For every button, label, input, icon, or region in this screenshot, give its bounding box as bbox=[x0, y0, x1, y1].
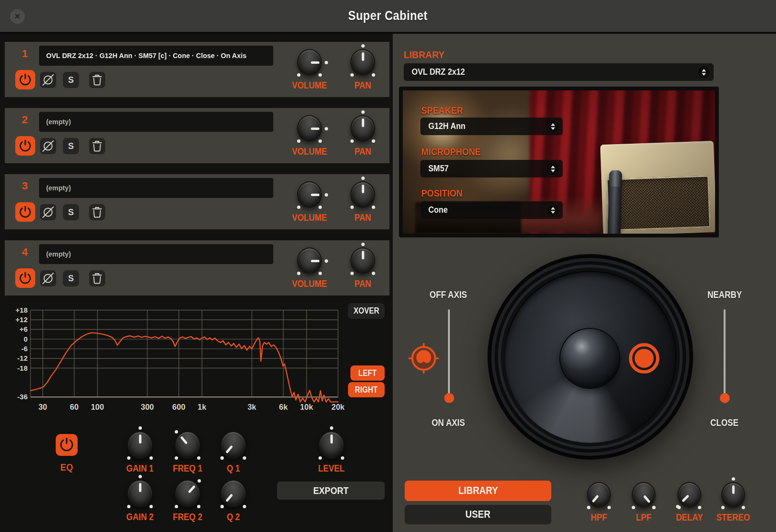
on-axis-label: ON AXIS bbox=[415, 417, 482, 428]
volume-knob[interactable]: VOLUME bbox=[291, 176, 328, 225]
slot-phase-button[interactable] bbox=[40, 72, 56, 88]
phase-invert-icon bbox=[41, 139, 55, 153]
tab-library[interactable]: LIBRARY bbox=[405, 481, 551, 501]
knob-label: HPF bbox=[591, 512, 607, 523]
slot-solo-button[interactable]: S bbox=[63, 270, 79, 286]
microphone-section-label: MICROPHONE bbox=[421, 147, 485, 158]
eq-power-button[interactable] bbox=[56, 434, 78, 456]
slot-phase-button[interactable] bbox=[40, 204, 56, 220]
right-channel-button[interactable]: RIGHT bbox=[348, 382, 385, 397]
library-section-label: LIBRARY bbox=[404, 49, 448, 60]
slot-power-button[interactable] bbox=[15, 70, 35, 89]
svg-text:60: 60 bbox=[70, 403, 79, 411]
knob-label: PAN bbox=[354, 212, 371, 223]
slot-power-button[interactable] bbox=[15, 202, 35, 222]
cab-slot: 3 (empty) S VOLUME PAN bbox=[5, 174, 389, 229]
knob-label: DELAY bbox=[676, 512, 703, 523]
mic-distance-slider[interactable] bbox=[724, 309, 726, 398]
slot-power-button[interactable] bbox=[15, 268, 35, 288]
slot-ir-name-text: (empty) bbox=[46, 244, 71, 264]
mic-axis-slider[interactable] bbox=[448, 309, 450, 398]
cabinet-select[interactable]: OVL DRZ 2x12 bbox=[404, 63, 714, 81]
slot-phase-button[interactable] bbox=[40, 270, 56, 286]
super-cabinet-window: Super Cabinet ✕ 1 OVL DRZ 2x12 · G12H An… bbox=[0, 0, 776, 532]
power-icon bbox=[19, 74, 31, 86]
mic-axis-slider-thumb[interactable] bbox=[444, 393, 454, 403]
slot-solo-button[interactable]: S bbox=[63, 138, 79, 154]
slot-delete-button[interactable] bbox=[89, 270, 105, 286]
export-button[interactable]: EXPORT bbox=[277, 482, 385, 500]
speaker-select-value: G12H Ann bbox=[420, 118, 466, 135]
solo-label: S bbox=[68, 274, 74, 284]
eq-q2-knob[interactable]: Q 2 bbox=[215, 474, 252, 524]
eq-q1-knob[interactable]: Q 1 bbox=[215, 425, 252, 476]
updown-arrows-icon bbox=[698, 66, 710, 78]
slot-ir-name[interactable]: (empty) bbox=[39, 244, 273, 264]
eq-freq2-knob[interactable]: FREQ 2 bbox=[169, 474, 206, 524]
solo-label: S bbox=[68, 207, 74, 217]
slot-solo-button[interactable]: S bbox=[63, 72, 79, 88]
knob-label: VOLUME bbox=[292, 212, 327, 223]
xover-button[interactable]: XOVER bbox=[348, 303, 385, 319]
microphone-select[interactable]: SM57 bbox=[420, 160, 563, 177]
stereo-knob[interactable]: STEREO bbox=[716, 476, 751, 525]
slot-delete-button[interactable] bbox=[89, 138, 105, 154]
cab-slot: 2 (empty) S VOLUME PAN bbox=[5, 108, 389, 163]
pan-knob[interactable]: PAN bbox=[345, 176, 381, 225]
svg-text:+18: +18 bbox=[16, 306, 28, 314]
trash-icon bbox=[91, 140, 103, 152]
slot-delete-button[interactable] bbox=[89, 72, 105, 88]
speaker-cone-image bbox=[488, 255, 693, 459]
knob-label: VOLUME bbox=[292, 79, 327, 91]
knob-label: STEREO bbox=[716, 512, 750, 523]
pan-knob[interactable]: PAN bbox=[345, 43, 381, 93]
slot-phase-button[interactable] bbox=[40, 138, 56, 154]
mic-distance-slider-thumb[interactable] bbox=[720, 393, 730, 403]
volume-knob[interactable]: VOLUME bbox=[291, 242, 328, 291]
volume-knob[interactable]: VOLUME bbox=[291, 109, 328, 159]
svg-text:-6: -6 bbox=[21, 345, 28, 353]
slot-ir-name[interactable]: (empty) bbox=[39, 178, 273, 198]
pan-knob[interactable]: PAN bbox=[345, 242, 381, 291]
pan-knob[interactable]: PAN bbox=[345, 109, 381, 159]
eq-gain2-knob[interactable]: GAIN 2 bbox=[121, 474, 159, 524]
svg-text:30: 30 bbox=[39, 403, 47, 411]
svg-text:3k: 3k bbox=[248, 403, 257, 411]
power-icon bbox=[60, 438, 74, 452]
knob-label: GAIN 1 bbox=[126, 463, 153, 474]
cabinet-select-value: OVL DRZ 2x12 bbox=[404, 63, 465, 81]
nearby-label: NEARBY bbox=[691, 289, 758, 300]
phase-invert-icon bbox=[41, 73, 55, 87]
updown-arrows-icon bbox=[547, 163, 559, 175]
hpf-knob[interactable]: HPF bbox=[581, 476, 617, 525]
slot-ir-name-text: (empty) bbox=[46, 178, 71, 198]
svg-text:300: 300 bbox=[141, 403, 154, 411]
volume-knob[interactable]: VOLUME bbox=[291, 43, 328, 93]
knob-label: VOLUME bbox=[292, 146, 327, 157]
cab-slot: 1 OVL DRZ 2x12 · G12H Ann · SM57 [c] · C… bbox=[5, 42, 389, 97]
slot-power-button[interactable] bbox=[15, 136, 35, 156]
knob-label: LPF bbox=[636, 512, 651, 523]
slot-ir-name-text: (empty) bbox=[46, 112, 71, 132]
lpf-knob[interactable]: LPF bbox=[626, 476, 661, 525]
knob-label: PAN bbox=[354, 146, 371, 157]
mic-position-indicator[interactable] bbox=[629, 343, 659, 374]
knob-label: GAIN 2 bbox=[126, 511, 153, 522]
left-channel-button[interactable]: LEFT bbox=[350, 365, 385, 381]
slot-solo-button[interactable]: S bbox=[63, 204, 79, 220]
level-knob[interactable]: LEVEL bbox=[313, 425, 350, 476]
slot-delete-button[interactable] bbox=[89, 204, 105, 220]
slot-ir-name[interactable]: (empty) bbox=[39, 112, 273, 132]
microphone-select-value: SM57 bbox=[420, 160, 448, 177]
delay-knob[interactable]: DELAY bbox=[672, 476, 707, 525]
speaker-select[interactable]: G12H Ann bbox=[420, 118, 563, 135]
solo-label: S bbox=[68, 141, 74, 151]
slot-ir-name[interactable]: OVL DRZ 2x12 · G12H Ann · SM57 [c] · Con… bbox=[39, 46, 273, 66]
slot-number: 3 bbox=[16, 180, 33, 192]
close-button[interactable]: ✕ bbox=[10, 9, 25, 24]
position-select[interactable]: Cone bbox=[420, 201, 563, 219]
eq-gain1-knob[interactable]: GAIN 1 bbox=[121, 425, 159, 476]
tab-user[interactable]: USER bbox=[405, 505, 551, 524]
updown-arrows-icon bbox=[547, 120, 559, 132]
eq-freq1-knob[interactable]: FREQ 1 bbox=[169, 425, 206, 476]
